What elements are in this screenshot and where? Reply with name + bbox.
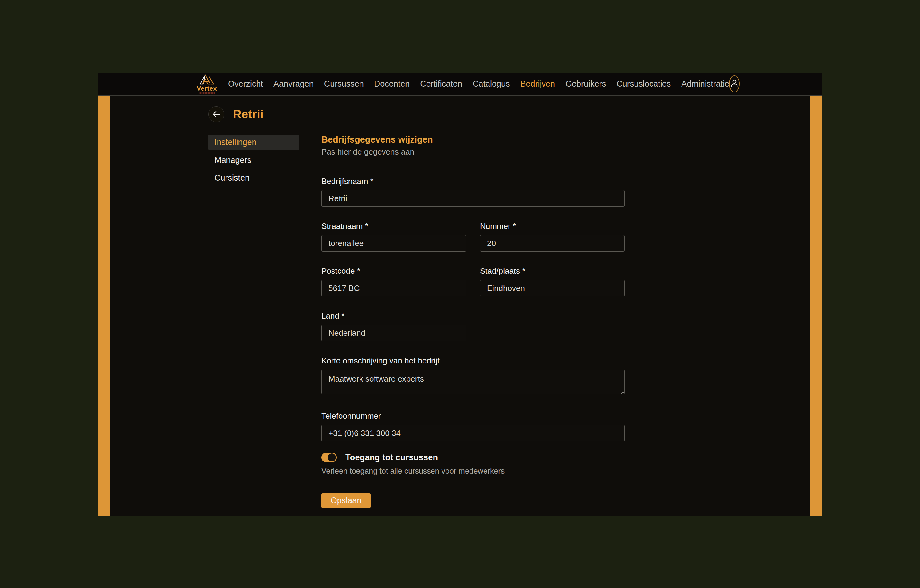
arrow-left-icon: [212, 110, 220, 118]
brand-logo[interactable]: Vertex: [197, 75, 217, 94]
logo-tagline: [199, 92, 215, 94]
settings-side-nav: InstellingenManagersCursisten: [208, 134, 299, 508]
country-input[interactable]: [321, 325, 466, 341]
course-access-description: Verleen toegang tot alle cursussen voor …: [321, 467, 708, 476]
save-button[interactable]: Opslaan: [321, 493, 371, 508]
page-content: Retrii InstellingenManagersCursisten Bed…: [98, 96, 822, 516]
vertex-triangle-icon: [199, 75, 215, 86]
top-navbar: Vertex OverzichtAanvragenCursussenDocent…: [98, 73, 822, 96]
city-input[interactable]: [480, 280, 625, 296]
course-access-label: Toegang tot cursussen: [345, 453, 438, 462]
sidebar-item-instellingen[interactable]: Instellingen: [208, 134, 299, 150]
nav-item-cursuslocaties[interactable]: Cursuslocaties: [616, 79, 671, 89]
app-window: Vertex OverzichtAanvragenCursussenDocent…: [98, 73, 822, 516]
description-textarea[interactable]: Maatwerk software experts: [321, 369, 625, 394]
company-settings-form: Bedrijfsgegevens wijzigen Pas hier de ge…: [321, 134, 708, 508]
company-name-label: Bedrijfsnaam *: [321, 177, 625, 186]
nav-item-bedrijven[interactable]: Bedrijven: [520, 79, 555, 89]
user-icon: [730, 79, 739, 89]
city-label: Stad/plaats *: [480, 266, 625, 276]
company-name-input[interactable]: [321, 190, 625, 207]
brand-name: Vertex: [197, 86, 217, 92]
nav-item-gebruikers[interactable]: Gebruikers: [565, 79, 606, 89]
street-input[interactable]: [321, 235, 466, 252]
nav-item-certificaten[interactable]: Certificaten: [420, 79, 462, 89]
sidebar-item-managers[interactable]: Managers: [208, 152, 299, 168]
postcode-label: Postcode *: [321, 266, 466, 276]
nav-links: OverzichtAanvragenCursussenDocentenCerti…: [228, 79, 729, 89]
form-subtitle: Pas hier de gegevens aan: [321, 147, 708, 157]
nav-item-administratie[interactable]: Administratie: [681, 79, 729, 89]
user-avatar-button[interactable]: [729, 75, 740, 92]
page-title: Retrii: [233, 108, 264, 121]
street-label: Straatnaam *: [321, 222, 466, 231]
description-label: Korte omschrijving van het bedrijf: [321, 356, 625, 366]
postcode-input[interactable]: [321, 280, 466, 296]
nav-item-aanvragen[interactable]: Aanvragen: [274, 79, 314, 89]
number-input[interactable]: [480, 235, 625, 252]
page-header: Retrii: [208, 106, 810, 122]
nav-item-overzicht[interactable]: Overzicht: [228, 79, 263, 89]
form-title: Bedrijfsgegevens wijzigen: [321, 134, 708, 145]
form-divider: [321, 162, 708, 162]
phone-input[interactable]: [321, 425, 625, 441]
nav-item-catalogus[interactable]: Catalogus: [473, 79, 510, 89]
nav-item-docenten[interactable]: Docenten: [374, 79, 410, 89]
sidebar-item-cursisten[interactable]: Cursisten: [208, 170, 299, 186]
number-label: Nummer *: [480, 222, 625, 231]
back-button[interactable]: [208, 106, 224, 122]
phone-label: Telefoonnummer: [321, 411, 625, 421]
course-access-toggle[interactable]: [321, 452, 337, 462]
country-label: Land *: [321, 311, 466, 321]
nav-item-cursussen[interactable]: Cursussen: [324, 79, 364, 89]
toggle-knob: [328, 454, 336, 462]
